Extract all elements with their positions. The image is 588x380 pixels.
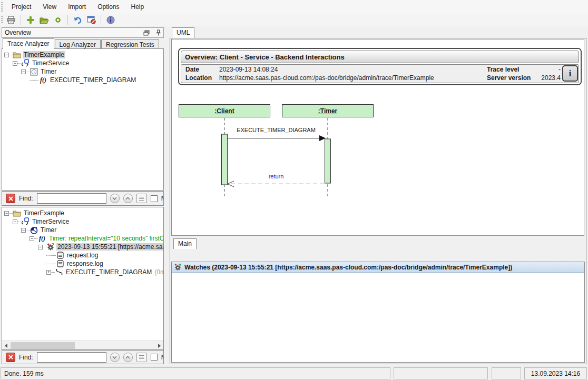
disable-trace-button[interactable] (85, 15, 97, 25)
find-previous-button[interactable] (123, 194, 133, 203)
undo-icon (73, 16, 82, 24)
status-datetime-segment: 13.09.2023 14:16 (524, 367, 587, 379)
find-next-button[interactable] (110, 353, 120, 362)
pin-icon[interactable] (156, 29, 161, 36)
menu-options[interactable]: Options (92, 2, 124, 12)
tree-item-label[interactable]: TimerService (31, 218, 70, 225)
tree-joint (43, 247, 46, 247)
find-bar-bottom: Find: Match Ca (2, 350, 164, 364)
tree-row[interactable]: TimerService (2, 217, 163, 226)
tree-item-label[interactable]: Timer: repeatInterval="10 seconds" first… (48, 235, 164, 242)
find-options-button[interactable] (136, 194, 147, 203)
settings-button[interactable] (52, 15, 64, 25)
status-segment (394, 367, 488, 379)
return-label[interactable]: return (260, 173, 292, 179)
tree-row[interactable]: TimerService (2, 59, 163, 67)
scrollbar-thumb[interactable] (11, 342, 75, 349)
sequence-diagram-canvas[interactable]: Overview: Client - Service - Backend Int… (171, 39, 584, 236)
tab-log-analyzer[interactable]: Log Analyzer (55, 39, 101, 49)
horizontal-scrollbar[interactable] (2, 341, 163, 349)
watches-header[interactable]: Watches (2023-09-13 15:55:21 [https://ac… (172, 262, 584, 273)
watches-gear-icon (174, 263, 182, 271)
tree-item-label[interactable]: response.log (66, 260, 104, 267)
close-find-button[interactable] (6, 353, 15, 362)
tree-joint (30, 80, 39, 81)
match-case-label: Match Ca (161, 354, 164, 361)
find-input[interactable] (37, 352, 106, 363)
info-button-toolbar[interactable] (105, 15, 116, 25)
tree-joint (26, 72, 30, 72)
menu-view[interactable]: View (37, 2, 62, 12)
float-window-icon[interactable] (143, 30, 150, 36)
sequence-diagram-icon (55, 268, 63, 276)
watches-body[interactable] (172, 273, 584, 362)
find-label: Find: (19, 195, 33, 202)
left-tabbar: Trace Analyzer Log Analyzer Regression T… (2, 38, 164, 49)
tree-row[interactable]: request.log (2, 251, 163, 259)
tree-row[interactable]: f() EXECUTE_TIMER_DIAGRAM (2, 76, 163, 84)
tab-regression-tests[interactable]: Regression Tests (101, 39, 159, 49)
left-dock-titlebar: Overview (2, 27, 164, 38)
function-icon: f() (39, 76, 47, 84)
find-input[interactable] (37, 193, 106, 204)
tree-item-label[interactable]: Timer (40, 68, 57, 75)
match-case-checkbox[interactable] (151, 195, 158, 202)
watches-panel: Watches (2023-09-13 15:55:21 [https://ac… (171, 262, 585, 363)
tree-row[interactable]: Timer (2, 226, 163, 234)
menu-help[interactable]: Help (126, 2, 150, 12)
toolbar-grip[interactable] (1, 16, 3, 24)
undo-button[interactable] (72, 15, 83, 25)
collapse-icon[interactable] (13, 219, 17, 224)
scroll-left-icon[interactable] (3, 342, 9, 349)
print-button[interactable] (5, 15, 17, 25)
trace-tree: TimerExample TimerService Timer f() Time… (2, 207, 164, 350)
find-options-button[interactable] (136, 353, 147, 362)
collapse-icon[interactable] (21, 69, 26, 74)
tree-item-label[interactable]: TimerExample (23, 51, 65, 58)
tree-row[interactable]: response.log (2, 259, 163, 268)
status-message-segment: Done. 159 ms (1, 367, 390, 379)
tree-row[interactable]: TimerExample (2, 51, 163, 59)
left-dock: Overview Trace Analyzer Log Analyzer Reg… (2, 27, 164, 364)
tab-uml[interactable]: UML (172, 27, 194, 38)
tree-joint (34, 238, 38, 239)
left-dock-title: Overview (5, 29, 31, 36)
collapse-icon[interactable] (38, 245, 43, 249)
tree-item-label[interactable]: EXECUTE_TIMER_DIAGRAM (65, 268, 153, 276)
tab-main[interactable]: Main (173, 238, 197, 249)
tab-trace-analyzer[interactable]: Trace Analyzer (3, 38, 54, 49)
tree-item-label[interactable]: request.log (66, 252, 99, 259)
tree-item-label[interactable]: EXECUTE_TIMER_DIAGRAM (49, 76, 137, 84)
menu-import[interactable]: Import (63, 2, 91, 12)
close-find-button[interactable] (6, 194, 15, 203)
tree-item-label[interactable]: 2023-09-13 15:55:21 [https://acme.saa (56, 243, 164, 251)
right-dock: UML Overview: Client - Service - Backend… (170, 27, 586, 364)
tree-row[interactable]: EXECUTE_TIMER_DIAGRAM (0ms) (2, 268, 163, 276)
tree-item-label[interactable]: Timer (40, 226, 57, 234)
match-case-label: Match Ca (161, 195, 164, 202)
open-button[interactable] (38, 15, 50, 25)
collapse-icon[interactable] (4, 53, 9, 57)
collapse-icon[interactable] (13, 61, 17, 66)
tree-row[interactable]: TimerExample (2, 209, 163, 217)
collapse-icon[interactable] (30, 236, 34, 241)
tree-item-label[interactable]: TimerService (31, 59, 70, 67)
find-previous-button[interactable] (123, 353, 133, 362)
tree-item-label[interactable]: TimerExample (23, 209, 65, 217)
open-icon (40, 16, 49, 24)
scroll-right-icon[interactable] (156, 342, 163, 349)
add-button[interactable] (25, 15, 36, 25)
match-case-checkbox[interactable] (151, 354, 158, 361)
add-icon (26, 16, 35, 24)
collapse-icon[interactable] (21, 228, 26, 233)
find-label: Find: (19, 354, 33, 361)
tree-row[interactable]: 2023-09-13 15:55:21 [https://acme.saa (2, 243, 163, 251)
expand-icon[interactable] (46, 270, 51, 275)
collapse-icon[interactable] (4, 211, 9, 216)
message-label[interactable]: EXECUTE_TIMER_DIAGRAM (234, 127, 318, 133)
menubar-grip[interactable] (1, 2, 3, 12)
tree-row[interactable]: Timer (2, 67, 163, 76)
menu-project[interactable]: Project (6, 2, 36, 12)
tree-row[interactable]: f() Timer: repeatInterval="10 seconds" f… (2, 234, 163, 243)
find-next-button[interactable] (110, 194, 120, 203)
